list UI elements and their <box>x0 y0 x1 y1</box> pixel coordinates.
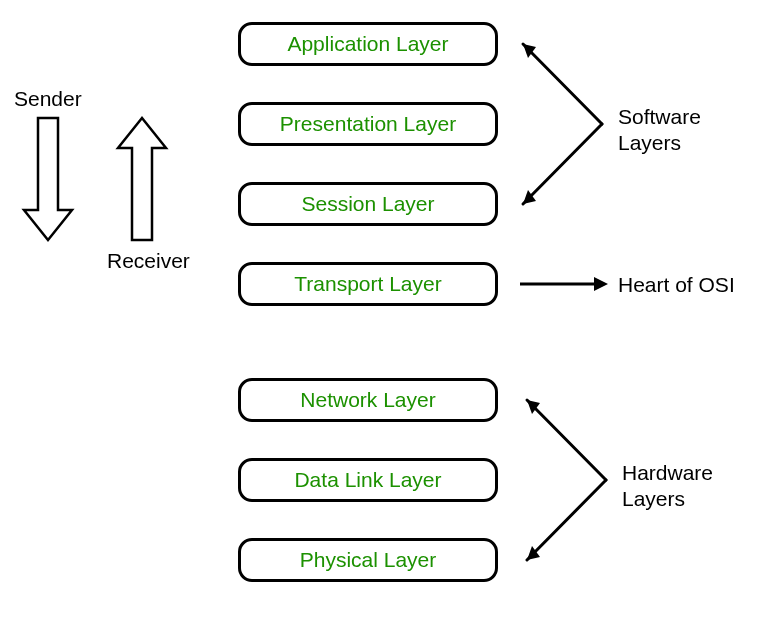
sender-arrow-icon <box>24 118 72 240</box>
label-heart: Heart of OSI <box>618 272 735 298</box>
layer-label: Transport Layer <box>294 272 441 296</box>
receiver-arrow-icon <box>118 118 166 240</box>
svg-line-0 <box>523 44 602 124</box>
layer-label: Physical Layer <box>300 548 437 572</box>
layer-network: Network Layer <box>238 378 498 422</box>
layer-label: Application Layer <box>287 32 448 56</box>
layer-session: Session Layer <box>238 182 498 226</box>
layer-transport: Transport Layer <box>238 262 498 306</box>
svg-marker-2 <box>523 44 536 58</box>
hardware-bracket-icon <box>527 400 606 560</box>
layer-label: Presentation Layer <box>280 112 456 136</box>
label-hardware: Hardware Layers <box>622 460 713 513</box>
label-sender: Sender <box>14 86 82 112</box>
svg-marker-9 <box>527 546 540 560</box>
svg-marker-8 <box>527 400 540 414</box>
svg-line-1 <box>523 124 602 204</box>
software-bracket-icon <box>523 44 602 204</box>
osi-diagram: Application Layer Presentation Layer Ses… <box>0 0 781 638</box>
svg-line-7 <box>527 480 606 560</box>
label-software: Software Layers <box>618 104 701 157</box>
layer-label: Session Layer <box>301 192 434 216</box>
svg-marker-3 <box>523 190 536 204</box>
layer-presentation: Presentation Layer <box>238 102 498 146</box>
layer-label: Data Link Layer <box>294 468 441 492</box>
layer-label: Network Layer <box>300 388 435 412</box>
layer-datalink: Data Link Layer <box>238 458 498 502</box>
layer-application: Application Layer <box>238 22 498 66</box>
svg-marker-5 <box>594 277 608 291</box>
label-receiver: Receiver <box>107 248 190 274</box>
svg-line-6 <box>527 400 606 480</box>
layer-physical: Physical Layer <box>238 538 498 582</box>
heart-arrow-icon <box>520 277 608 291</box>
